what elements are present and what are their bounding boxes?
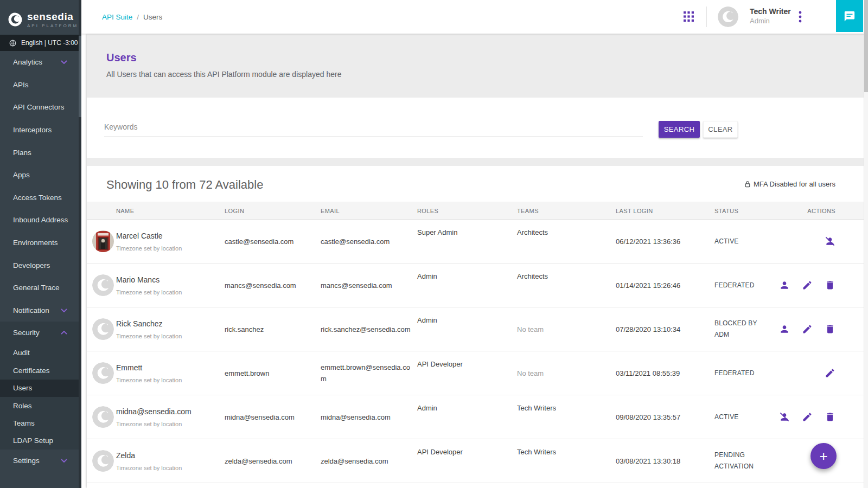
last-login-cell: 03/11/2021 08:55:39 [616, 369, 714, 377]
teams-cell: Architects [517, 264, 616, 280]
teams-cell: No team [517, 325, 616, 333]
security-section: Security Audit Certificates Users Roles … [0, 322, 81, 450]
col-header-name: NAME [116, 208, 225, 214]
avatar-placeholder-icon [92, 318, 114, 340]
sidebar-scrollbar-thumb[interactable] [79, 36, 81, 117]
sidebar: sensedia API PLATFORM English | UTC -3:0… [0, 0, 81, 488]
edit-action-icon[interactable] [802, 412, 813, 422]
user-role: Admin [750, 16, 791, 26]
table-row: Marcel Castle Timezone set by location c… [87, 220, 864, 264]
sidebar-item-label: Notification [13, 306, 49, 314]
logo-subtitle: API PLATFORM [27, 23, 78, 28]
email-cell: midna@sensedia.com [321, 412, 417, 423]
sidebar-item-developers[interactable]: Developers [0, 254, 81, 277]
sidebar-item-security[interactable]: Security [0, 322, 81, 344]
col-header-login: LOGIN [225, 208, 321, 214]
login-cell: midna@sensedia.com [225, 413, 321, 421]
user-name: Rick Sanchez [116, 319, 225, 328]
sidebar-item-certificates[interactable]: Certificates [0, 362, 81, 379]
table-row: Mario Mancs Timezone set by location man… [87, 264, 864, 307]
sidebar-scrollbar [79, 0, 81, 488]
chevron-down-icon [61, 459, 67, 463]
teams-cell: Tech Writers [517, 439, 616, 456]
chevron-up-icon [61, 331, 67, 335]
email-cell: mancs@sensedia.com [321, 280, 417, 291]
login-cell: emmett.brown [225, 369, 321, 377]
section-divider [87, 158, 864, 166]
app-logo: sensedia API PLATFORM [0, 0, 81, 33]
sidebar-item-api-connectors[interactable]: API Connectors [0, 96, 81, 119]
sidebar-item-label: Plans [13, 149, 31, 157]
sidebar-item-roles[interactable]: Roles [0, 397, 81, 414]
col-header-status: STATUS [714, 208, 777, 214]
users-table-section: Showing 10 from 72 Available MFA Disable… [87, 166, 864, 483]
status-cell: PENDING ACTIVATION [714, 450, 764, 472]
sidebar-item-apps[interactable]: Apps [0, 164, 81, 187]
sidebar-item-label: Settings [13, 457, 40, 465]
sidebar-item-environments[interactable]: Environments [0, 232, 81, 254]
globe-icon [9, 39, 17, 47]
avatar [92, 274, 114, 296]
person-action-icon[interactable] [779, 280, 790, 291]
apps-grid-icon[interactable] [684, 11, 694, 22]
sidebar-item-label: Developers [13, 261, 50, 269]
avatar-placeholder-icon [92, 450, 114, 472]
delete-action-icon[interactable] [825, 324, 835, 335]
person-off-action-icon[interactable] [825, 236, 835, 247]
login-cell: mancs@sensedia.com [225, 281, 321, 290]
avatar-placeholder-icon [92, 406, 114, 428]
roles-cell: Admin [417, 395, 517, 412]
user-name: midna@sensedia.com [116, 407, 225, 416]
locale-selector[interactable]: English | UTC -3:00 [0, 35, 81, 51]
sidebar-item-interceptors[interactable]: Interceptors [0, 119, 81, 142]
timezone-note: Timezone set by location [116, 377, 225, 383]
main-content: Users All Users that can access this API… [87, 34, 864, 488]
timezone-note: Timezone set by location [116, 333, 225, 339]
sidebar-item-teams[interactable]: Teams [0, 414, 81, 432]
table-row: Emmett Timezone set by location emmett.b… [87, 351, 864, 395]
keywords-input[interactable] [104, 119, 643, 137]
email-cell: rick.sanchez@sensedia.com [321, 324, 417, 335]
sidebar-item-ldap-setup[interactable]: LDAP Setup [0, 432, 81, 450]
sidebar-item-access-tokens[interactable]: Access Tokens [0, 187, 81, 209]
sidebar-item-label: Interceptors [13, 126, 52, 134]
mfa-label: MFA Disabled for all users [754, 180, 835, 188]
sidebar-item-apis[interactable]: APIs [0, 74, 81, 97]
edit-action-icon[interactable] [802, 324, 813, 335]
results-summary: Showing 10 from 72 Available [106, 178, 263, 192]
sidebar-item-analytics[interactable]: Analytics [0, 51, 81, 74]
chat-button[interactable] [836, 0, 863, 32]
sidebar-item-label: Roles [13, 402, 32, 410]
sidebar-item-general-trace[interactable]: General Trace [0, 277, 81, 299]
search-button[interactable]: SEARCH [659, 121, 700, 138]
clear-button[interactable]: CLEAR [703, 121, 738, 138]
sidebar-item-label: Apps [13, 171, 30, 179]
email-cell: castle@sensedia.com [321, 236, 417, 247]
sidebar-item-notification[interactable]: Notification [0, 299, 81, 322]
delete-action-icon[interactable] [825, 280, 835, 291]
edit-action-icon[interactable] [825, 368, 835, 378]
sidebar-item-users[interactable]: Users [0, 380, 81, 397]
kebab-menu-icon[interactable] [799, 11, 802, 23]
person-off-action-icon[interactable] [779, 412, 790, 422]
sidebar-item-inbound-address[interactable]: Inbound Address [0, 209, 81, 232]
sidebar-item-settings[interactable]: Settings [0, 450, 81, 472]
last-login-cell: 09/08/2020 13:35:57 [616, 413, 714, 421]
user-avatar[interactable] [718, 7, 738, 27]
table-row: Zelda Timezone set by location zelda@sen… [87, 439, 864, 483]
actions-cell [777, 412, 864, 422]
breadcrumb-parent-link[interactable]: API Suite [102, 13, 132, 21]
delete-action-icon[interactable] [825, 412, 835, 422]
edit-action-icon[interactable] [802, 280, 813, 291]
roles-cell: Admin [417, 307, 517, 324]
sidebar-item-plans[interactable]: Plans [0, 141, 81, 164]
page-title: Users [106, 52, 864, 64]
last-login-cell: 01/14/2021 15:26:46 [616, 281, 714, 290]
roles-cell: Admin [417, 264, 517, 280]
page-scrollbar-thumb[interactable] [864, 0, 868, 92]
email-cell: emmett.brown@sensedia.com [321, 362, 417, 384]
person-action-icon[interactable] [779, 324, 790, 335]
timezone-note: Timezone set by location [116, 465, 225, 471]
add-user-button[interactable]: + [810, 443, 837, 469]
sidebar-item-audit[interactable]: Audit [0, 344, 81, 362]
